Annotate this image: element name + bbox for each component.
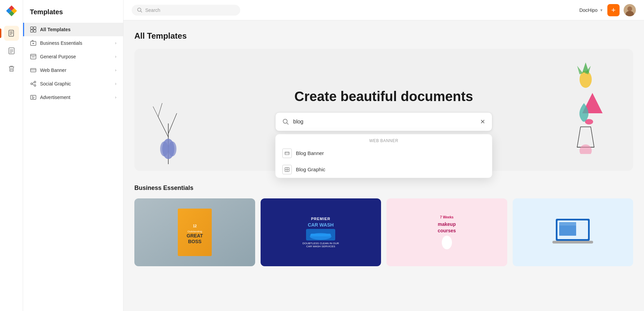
search-dropdown: Web Banner Blog Banner [275,134,492,178]
sidebar-item-all-templates[interactable]: All Templates [23,23,123,36]
blog-graphic-label: Blog Graphic [296,167,325,172]
blog-banner-label: Blog Banner [296,150,324,156]
svg-line-39 [158,103,162,117]
search-icon [137,7,143,13]
svg-point-33 [627,6,632,11]
svg-line-31 [141,11,142,12]
iconbar-document[interactable] [4,26,19,41]
svg-point-41 [160,141,168,156]
svg-rect-11 [31,30,33,32]
business-essentials-icon [30,40,37,46]
template-card-car-wash[interactable]: PREMIER CAR WASH DOUBTLESS CLEAN IN OURC… [261,198,381,266]
topbar-search-placeholder: Search [145,7,160,13]
general-purpose-icon [30,53,37,60]
brand-chevron: ▼ [600,8,603,12]
svg-rect-10 [34,27,36,29]
social-graphic-icon [30,80,37,87]
create-button[interactable]: + [607,4,620,16]
template-grid: 12 Outstanding GREAT BOSS PREMIER CAR WA… [134,198,633,266]
chevron-right-icon-general: › [115,54,116,59]
svg-line-24 [32,82,34,83]
svg-rect-66 [552,241,593,244]
iconbar-notes[interactable] [4,43,19,58]
svg-text:Outstanding: Outstanding [187,230,202,233]
clear-search-icon[interactable]: ✕ [480,118,485,125]
main-area: Search DocHipo ▼ + Business Essentials A [124,0,644,311]
hero-search-container: ✕ Web Banner [275,112,492,131]
sidebar-label-general-purpose: General Purpose [40,54,112,59]
topbar: Search DocHipo ▼ + [124,0,644,20]
sidebar-item-web-banner[interactable]: Web Banner › [23,63,123,77]
hero-search-box: ✕ [275,112,492,131]
sidebar-item-advertisement[interactable]: Advertisement › [23,91,123,104]
sidebar-label-all-templates: All Templates [40,27,116,32]
svg-rect-19 [31,69,36,72]
sidebar-label-social-graphic: Social Graphic [40,81,112,86]
plus-icon: + [611,6,616,15]
brand-dropdown[interactable]: DocHipo ▼ [579,7,603,13]
svg-rect-62 [310,234,331,236]
hero-title: Create beautiful documents [275,89,492,104]
svg-text:BOSS: BOSS [188,239,202,244]
app-logo[interactable] [5,4,18,18]
chevron-right-icon-business: › [115,41,116,45]
sidebar: Templates All Templates Business Essenti… [23,0,124,311]
sidebar-label-business-essentials: Business Essentials [40,40,112,46]
svg-line-37 [168,113,177,134]
hero-search-input[interactable] [293,119,476,125]
deco-left [148,96,189,164]
svg-point-42 [168,141,176,156]
svg-line-49 [287,123,288,124]
hero-content: Create beautiful documents ✕ Web Banner [275,89,492,131]
chevron-right-icon-social: › [115,81,116,86]
svg-rect-16 [31,54,36,59]
sidebar-item-social-graphic[interactable]: Social Graphic › [23,77,123,91]
svg-line-36 [158,117,168,137]
dropdown-item-blog-banner[interactable]: Blog Banner [276,145,492,161]
topbar-right: DocHipo ▼ + [579,4,636,16]
avatar[interactable] [624,4,636,16]
template-card-presentation[interactable] [513,198,633,266]
brand-name: DocHipo [579,7,598,13]
svg-line-25 [32,84,34,85]
icon-bar [0,0,23,311]
svg-point-23 [34,85,36,86]
business-essentials-section: Business Essentials [134,184,633,266]
content-area: Business Essentials All Templates [124,20,644,311]
dropdown-category: Web Banner [276,134,492,145]
sidebar-label-web-banner: Web Banner [40,67,112,73]
template-card-boss-book[interactable]: 12 Outstanding GREAT BOSS [134,198,255,266]
hero-search-icon [282,118,289,125]
svg-rect-9 [31,27,33,29]
chevron-right-icon-ad: › [115,95,116,100]
hero-banner: Create beautiful documents ✕ Web Banner [134,49,633,171]
svg-rect-5 [9,48,14,54]
svg-rect-50 [285,152,289,155]
svg-rect-67 [559,222,576,236]
blog-graphic-icon [282,165,292,174]
svg-point-22 [34,81,36,83]
sidebar-label-advertisement: Advertisement [40,95,112,100]
svg-point-47 [580,144,592,154]
sidebar-title: Templates [23,8,123,23]
web-banner-icon [30,67,37,74]
topbar-search[interactable]: Search [132,5,240,16]
chevron-right-icon-web-banner: › [115,68,116,73]
iconbar-trash[interactable] [4,61,19,76]
svg-rect-12 [34,30,36,32]
svg-line-38 [153,106,158,117]
business-essentials-section-title: Business Essentials [134,184,633,192]
sidebar-item-business-essentials[interactable]: Business Essentials › [23,36,123,50]
advertisement-icon [30,94,37,101]
deco-right [558,59,613,154]
dropdown-item-blog-graphic[interactable]: Blog Graphic [276,161,492,178]
sidebar-item-general-purpose[interactable]: General Purpose › [23,50,123,63]
all-templates-icon [30,26,37,33]
template-card-makeup[interactable]: 7 Weeks makeupcourses [386,198,507,266]
svg-text:GREAT: GREAT [187,233,203,238]
blog-banner-icon [282,149,292,158]
all-templates-title: All Templates [134,31,633,41]
svg-point-21 [31,83,33,85]
svg-text:12: 12 [193,224,197,228]
